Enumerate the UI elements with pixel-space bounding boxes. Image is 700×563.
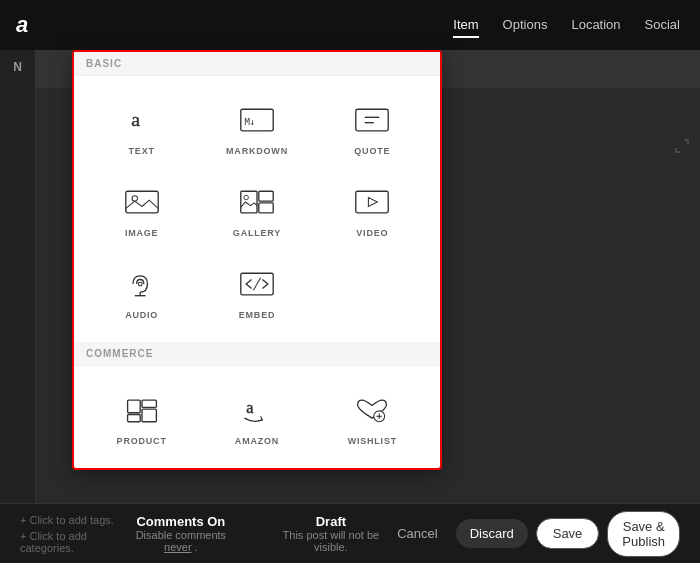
footer-tags-area: + Click to add tags. + Click to add cate… [20, 514, 127, 554]
tab-social[interactable]: Social [645, 13, 680, 38]
app-logo: a [16, 12, 28, 38]
svg-rect-13 [356, 191, 388, 213]
add-categories-link[interactable]: + Click to add categories. [20, 530, 127, 554]
block-wishlist[interactable]: WISHLIST [315, 376, 430, 458]
comments-section: Comments On Disable comments never . [127, 514, 234, 553]
svg-text:M↓: M↓ [244, 117, 255, 127]
svg-rect-22 [142, 400, 156, 407]
cancel-button[interactable]: Cancel [387, 520, 447, 547]
commerce-block-grid: PRODUCT a AMAZON [74, 366, 440, 468]
block-quote-label: QUOTE [354, 146, 390, 156]
svg-rect-9 [241, 191, 257, 213]
draft-desc: This post will not be visible. [275, 529, 388, 553]
svg-rect-21 [127, 415, 140, 422]
footer: + Click to add tags. + Click to add cate… [0, 503, 700, 563]
block-audio[interactable]: AUDIO [84, 250, 199, 332]
discard-button[interactable]: Discard [456, 519, 528, 548]
block-video-label: VIDEO [356, 228, 388, 238]
svg-point-12 [244, 195, 249, 200]
basic-block-grid: a TEXT M↓ MARKDOWN [74, 76, 440, 342]
block-text-label: TEXT [129, 146, 155, 156]
markdown-icon: M↓ [235, 102, 279, 138]
svg-rect-4 [356, 109, 388, 131]
svg-rect-20 [127, 400, 140, 413]
tab-location[interactable]: Location [571, 13, 620, 38]
block-gallery-label: GALLERY [233, 228, 281, 238]
wishlist-icon [350, 392, 394, 428]
svg-rect-11 [259, 203, 273, 213]
block-gallery[interactable]: GALLERY [199, 168, 314, 250]
save-publish-button[interactable]: Save & Publish [607, 511, 680, 557]
svg-rect-10 [259, 191, 273, 201]
video-icon [350, 184, 394, 220]
main-area: N + [0, 50, 700, 503]
block-picker-popup: Basic a TEXT M↓ M [72, 50, 442, 470]
block-amazon[interactable]: a AMAZON [199, 376, 314, 458]
footer-buttons: Cancel Discard Save Save & Publish [387, 511, 680, 557]
block-video[interactable]: VIDEO [315, 168, 430, 250]
block-text[interactable]: a TEXT [84, 86, 199, 168]
svg-rect-7 [125, 191, 157, 213]
header: a Item Options Location Social [0, 0, 700, 50]
header-nav: Item Options Location Social [453, 13, 680, 38]
block-audio-label: AUDIO [125, 310, 158, 320]
svg-point-15 [138, 282, 142, 286]
quote-icon [350, 102, 394, 138]
comments-desc: Disable comments never . [127, 529, 234, 553]
product-icon [120, 392, 164, 428]
block-embed[interactable]: EMBED [199, 250, 314, 332]
add-tags-link[interactable]: + Click to add tags. [20, 514, 127, 526]
svg-rect-23 [142, 409, 156, 422]
block-product-label: PRODUCT [117, 436, 167, 446]
svg-text:a: a [246, 399, 253, 417]
comments-punct: . [195, 541, 198, 553]
block-quote[interactable]: QUOTE [315, 86, 430, 168]
block-wishlist-label: WISHLIST [348, 436, 397, 446]
comments-title: Comments On [127, 514, 234, 529]
block-markdown[interactable]: M↓ MARKDOWN [199, 86, 314, 168]
amazon-icon: a [235, 392, 279, 428]
sidebar: N [0, 50, 36, 503]
svg-line-19 [253, 278, 260, 291]
block-embed-label: EMBED [239, 310, 276, 320]
block-image[interactable]: IMAGE [84, 168, 199, 250]
svg-text:a: a [131, 108, 140, 130]
text-icon: a [120, 102, 164, 138]
block-markdown-label: MARKDOWN [226, 146, 288, 156]
svg-marker-14 [369, 198, 378, 207]
tab-item[interactable]: Item [453, 13, 478, 38]
section-basic-header: Basic [74, 52, 440, 76]
draft-section: Draft This post will not be visible. [275, 514, 388, 553]
block-amazon-label: AMAZON [235, 436, 279, 446]
comments-never-link[interactable]: never [164, 541, 192, 553]
embed-icon [235, 266, 279, 302]
sidebar-label: N [13, 60, 22, 74]
image-icon [120, 184, 164, 220]
expand-icon[interactable] [674, 138, 690, 157]
svg-point-8 [132, 196, 137, 201]
draft-title: Draft [275, 514, 388, 529]
save-button[interactable]: Save [536, 518, 600, 549]
comments-desc-text: Disable comments [136, 529, 226, 541]
footer-info: Comments On Disable comments never . Dra… [127, 514, 387, 553]
block-image-label: IMAGE [125, 228, 159, 238]
tab-options[interactable]: Options [503, 13, 548, 38]
content-area: + Basic a TEXT [36, 50, 700, 503]
block-product[interactable]: PRODUCT [84, 376, 199, 458]
section-commerce-header: Commerce [74, 342, 440, 366]
audio-icon [120, 266, 164, 302]
gallery-icon [235, 184, 279, 220]
